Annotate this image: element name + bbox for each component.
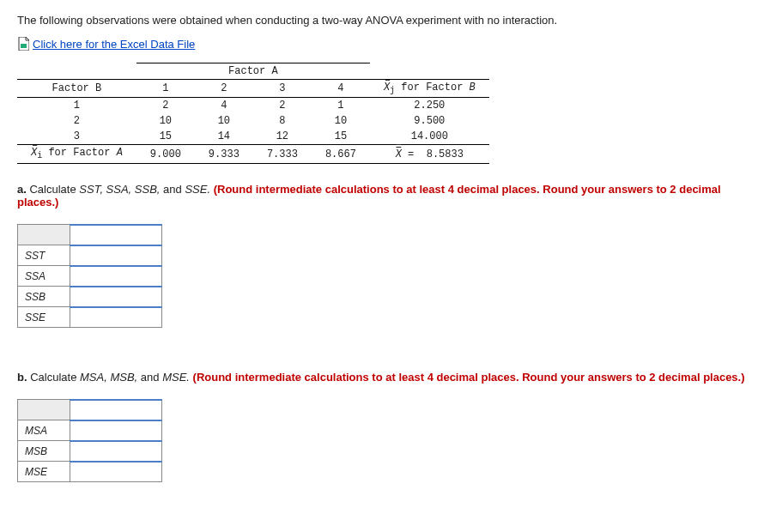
table-row: 3 15 14 12 15 14.000 bbox=[17, 129, 489, 145]
col-mean: 9.333 bbox=[195, 145, 253, 163]
col-head-1: 1 bbox=[136, 80, 195, 98]
grand-mean: X = 8.5833 bbox=[370, 145, 489, 163]
col-mean: 8.667 bbox=[312, 145, 370, 163]
cell: 12 bbox=[253, 129, 312, 145]
input-sst[interactable] bbox=[70, 245, 162, 266]
table-row: 2 10 10 8 10 9.500 bbox=[17, 113, 489, 129]
cell: 15 bbox=[312, 129, 370, 145]
label-msb: MSB bbox=[18, 441, 70, 462]
table-row: 1 2 4 2 1 2.250 bbox=[17, 98, 489, 114]
question-b: b. Calculate MSA, MSB, and MSE. (Round i… bbox=[17, 371, 747, 384]
input-sse[interactable] bbox=[70, 307, 162, 328]
col-mean: 9.000 bbox=[136, 145, 195, 163]
cell: 10 bbox=[195, 113, 253, 129]
label-mse: MSE bbox=[18, 462, 70, 482]
row-mean: 9.500 bbox=[370, 113, 489, 129]
row-label: 1 bbox=[17, 98, 136, 114]
input-ssa[interactable] bbox=[70, 266, 162, 287]
question-a: a. Calculate SST, SSA, SSB, and SSE. (Ro… bbox=[17, 183, 747, 209]
label-msa: MSA bbox=[18, 420, 70, 441]
row-label: 2 bbox=[17, 113, 136, 129]
excel-link-text: Click here for the Excel Data File bbox=[33, 38, 195, 51]
cell: 2 bbox=[136, 98, 195, 114]
input-msb[interactable] bbox=[70, 441, 162, 462]
cell: 15 bbox=[136, 129, 195, 145]
input-msa[interactable] bbox=[70, 420, 162, 441]
col-mean: 7.333 bbox=[253, 145, 312, 163]
input-ssb[interactable] bbox=[70, 287, 162, 307]
excel-data-link[interactable]: Click here for the Excel Data File bbox=[17, 37, 195, 51]
cell: 2 bbox=[253, 98, 312, 114]
cell: 1 bbox=[312, 98, 370, 114]
label-ssb: SSB bbox=[18, 287, 70, 307]
cell: 10 bbox=[136, 113, 195, 129]
file-icon bbox=[17, 37, 29, 51]
col-head-3: 3 bbox=[253, 80, 312, 98]
label-sse: SSE bbox=[18, 307, 70, 328]
anova-data-table: Factor A Factor B 1 2 3 4 Xj for Factor … bbox=[17, 63, 489, 164]
input-mse[interactable] bbox=[70, 462, 162, 482]
cell: 8 bbox=[253, 113, 312, 129]
row-mean: 14.000 bbox=[370, 129, 489, 145]
cell: 4 bbox=[195, 98, 253, 114]
answer-table-b: MSA MSB MSE bbox=[17, 399, 162, 482]
factor-a-header: Factor A bbox=[136, 63, 370, 80]
factor-b-header: Factor B bbox=[17, 80, 136, 98]
label-sst: SST bbox=[18, 245, 70, 266]
row-mean-header: Xj for Factor B bbox=[370, 80, 489, 98]
label-ssa: SSA bbox=[18, 266, 70, 287]
col-head-2: 2 bbox=[195, 80, 253, 98]
cell: 10 bbox=[312, 113, 370, 129]
col-head-4: 4 bbox=[312, 80, 370, 98]
instruction-b: (Round intermediate calculations to at l… bbox=[193, 371, 745, 384]
svg-rect-0 bbox=[21, 44, 27, 48]
intro-text: The following observations were obtained… bbox=[17, 14, 747, 27]
cell: 14 bbox=[195, 129, 253, 145]
answer-table-a: SST SSA SSB SSE bbox=[17, 224, 162, 328]
col-mean-label: Xi for Factor A bbox=[17, 145, 136, 163]
row-mean: 2.250 bbox=[370, 98, 489, 114]
